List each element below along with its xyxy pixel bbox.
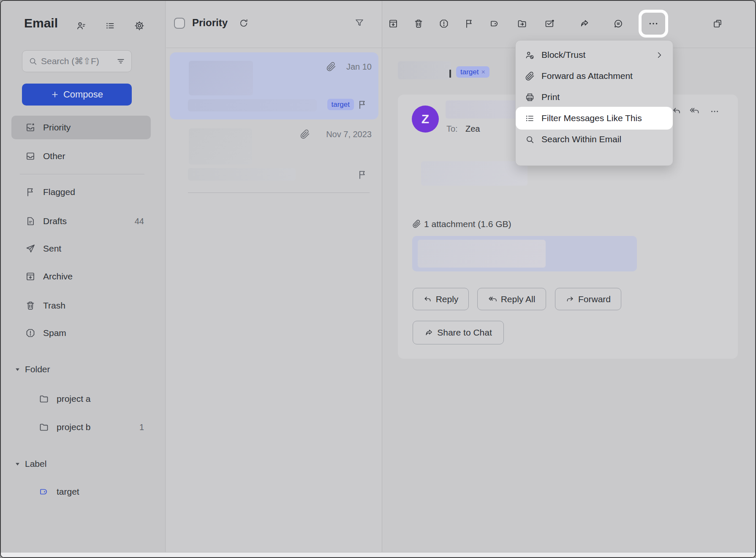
share-icon [424,328,433,337]
sidebar-item-label: Sent [43,244,61,254]
sidebar-item-label: Flagged [43,187,75,197]
attachment-summary: 1 attachment (1.6 GB) [424,219,511,229]
draft-doc-icon [25,216,35,226]
sidebar-item-flagged[interactable]: Flagged [11,180,151,204]
sidebar-item-priority[interactable]: Priority [11,116,151,139]
sidebar-section-folder[interactable]: Folder [11,361,151,378]
sidebar-item-label: project b [57,422,91,432]
toolbar-mark-unread-icon[interactable] [544,19,555,29]
blurred-message-body [421,161,528,186]
tag-close-icon[interactable]: × [481,68,485,76]
list-filter-icon[interactable] [354,18,364,28]
list-title: Priority [192,17,228,29]
menu-item-label: Search Within Email [541,134,621,144]
mail-date: Jan 10 [346,62,372,72]
toolbar-trash-icon[interactable] [413,19,424,29]
reply-all-icon[interactable] [689,106,699,116]
menu-item-print[interactable]: Print [516,87,673,108]
mail-tag-pill: target [327,99,354,110]
attachment-card[interactable] [412,236,637,271]
flag-icon [25,187,35,197]
toolbar-more-button-highlighted[interactable] [639,10,668,38]
share-to-chat-label: Share to Chat [437,328,492,338]
search-icon [28,57,38,66]
blurred-subject [398,61,451,79]
menu-item-forward-as-attachment[interactable]: Forward as Attachment [516,65,673,87]
toolbar-tag-icon[interactable] [489,19,500,29]
reply-all-icon [488,295,497,303]
block-person-icon [525,50,535,60]
blurred-subject-line [188,168,296,181]
list-view-icon[interactable] [105,21,115,31]
share-to-chat-button[interactable]: Share to Chat [413,321,504,344]
sidebar-item-sent[interactable]: Sent [11,237,151,260]
tag-icon [39,487,49,497]
list-header-divider [166,48,382,48]
menu-item-block-trust[interactable]: Block/Trust [516,44,673,65]
mail-list-item-selected[interactable]: Jan 10 target [170,52,378,119]
chevron-right-icon [655,50,664,60]
sidebar: Email Compose Priority Other Flagged [1,1,166,557]
folder-icon [39,394,49,404]
more-actions-context-menu: Block/Trust Forward as Attachment Print … [515,40,673,166]
menu-item-search-within-email[interactable]: Search Within Email [516,129,673,150]
toolbar-flag-icon[interactable] [464,19,474,29]
sidebar-item-label-target[interactable]: target [11,480,151,504]
sidebar-item-label: Archive [43,271,73,282]
reply-all-button[interactable]: Reply All [477,288,546,310]
search-box [22,50,132,72]
spam-alert-icon [25,328,35,338]
blurred-subject-line [188,99,317,111]
priority-inbox-icon [25,122,35,133]
sidebar-item-project-b[interactable]: project b 1 [11,415,151,439]
compose-label: Compose [63,89,103,100]
sidebar-item-other[interactable]: Other [11,144,151,168]
search-input[interactable] [41,56,113,66]
reply-all-label: Reply All [501,294,536,304]
sidebar-item-label: Other [43,151,65,161]
menu-item-label: Forward as Attachment [541,71,633,81]
menu-item-filter-messages-like-this-highlighted[interactable]: Filter Messages Like This [516,107,673,130]
sidebar-section-label[interactable]: Label [11,455,151,472]
subject-tag-pill: target × [456,66,489,78]
inbox-icon [25,151,35,161]
attachment-paperclip-icon [300,129,310,139]
caret-down-icon [14,366,21,373]
toolbar-popout-icon[interactable] [712,19,723,29]
sidebar-divider [20,174,144,174]
settings-gear-icon[interactable] [134,21,144,31]
sidebar-item-project-a[interactable]: project a [11,387,151,411]
sidebar-item-drafts[interactable]: Drafts 44 [11,209,151,233]
sender-avatar: Z [412,106,439,133]
to-recipient[interactable]: Zea [465,124,480,134]
sidebar-item-trash[interactable]: Trash [11,294,151,317]
toolbar-share-icon[interactable] [579,19,590,29]
refresh-icon[interactable] [239,18,249,28]
sidebar-item-label: Trash [43,301,65,311]
forward-button[interactable]: Forward [555,288,621,310]
mail-list-item[interactable]: Nov 7, 2023 [170,123,378,193]
message-more-dots-icon[interactable] [710,106,720,116]
folder-icon [39,422,49,432]
search-filter-icon[interactable] [116,57,125,66]
compose-button[interactable]: Compose [22,84,132,106]
toolbar-spam-icon[interactable] [439,19,449,29]
select-all-checkbox[interactable] [174,18,185,29]
tag-text: target [460,68,479,76]
send-icon [25,244,35,254]
toolbar-archive-icon[interactable] [388,19,398,29]
menu-item-label: Print [541,92,560,102]
sidebar-item-spam[interactable]: Spam [11,321,151,345]
toolbar-move-to-folder-icon[interactable] [517,19,527,29]
sidebar-item-archive[interactable]: Archive [11,265,151,288]
contacts-icon[interactable] [76,21,86,31]
forward-icon [566,295,574,303]
email-app-window: Email Compose Priority Other Flagged [0,0,756,558]
menu-item-label: Block/Trust [541,50,585,60]
plus-icon [51,90,59,99]
reply-icon [423,295,432,303]
toolbar-comment-icon[interactable] [613,19,623,29]
reply-button[interactable]: Reply [413,288,469,310]
blurred-sender-preview [189,128,252,165]
mail-list-column: Priority Jan 10 target Nov 7, 2023 [166,1,382,557]
